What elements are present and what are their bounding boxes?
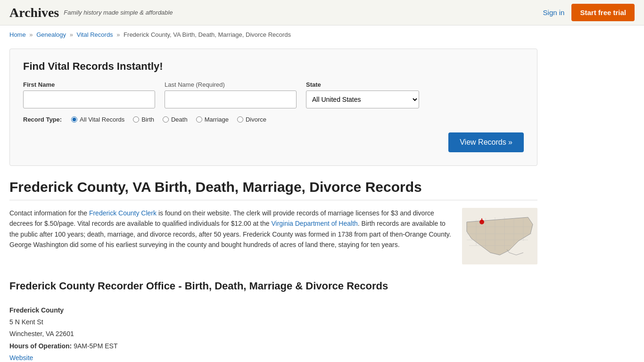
record-type-label-birth: Birth — [141, 116, 154, 123]
state-group: State All United StatesAlabamaAlaskaAriz… — [306, 81, 419, 108]
site-logo: Archives — [9, 5, 59, 20]
view-records-button[interactable]: View Records » — [448, 132, 524, 152]
first-name-label: First Name — [23, 81, 155, 88]
radio-death[interactable] — [163, 116, 169, 123]
radio-all[interactable] — [71, 116, 77, 123]
breadcrumb-genealogy[interactable]: Genealogy — [36, 31, 66, 38]
breadcrumb-current: Frederick County, VA Birth, Death, Marri… — [124, 31, 291, 38]
office-details: Frederick County 5 N Kent St Winchester,… — [9, 304, 537, 362]
description-text: Contact information for the Frederick Co… — [9, 208, 453, 266]
header-right: Sign in Start free trial — [543, 4, 635, 21]
record-type-divorce[interactable]: Divorce — [237, 116, 266, 123]
site-tagline: Family history made simple & affordable — [64, 9, 173, 16]
breadcrumb: Home » Genealogy » Vital Records » Frede… — [0, 25, 644, 44]
breadcrumb-sep-2: » — [70, 31, 73, 38]
record-type-row: Record Type: All Vital RecordsBirthDeath… — [23, 116, 524, 123]
office-hours: Hours of Operation: 9AM-5PM EST — [9, 340, 537, 352]
breadcrumb-sep-1: » — [29, 31, 33, 38]
btn-row: View Records » — [23, 132, 524, 152]
sign-in-link[interactable]: Sign in — [543, 8, 565, 16]
state-select[interactable]: All United StatesAlabamaAlaskaArizonaArk… — [306, 90, 419, 108]
website-link[interactable]: Website — [9, 354, 33, 362]
radio-divorce[interactable] — [237, 116, 243, 123]
first-name-input[interactable] — [23, 90, 155, 108]
start-trial-button[interactable]: Start free trial — [571, 4, 635, 21]
record-type-label-marriage: Marriage — [205, 116, 229, 123]
search-box: Find Vital Records Instantly! First Name… — [9, 49, 537, 166]
office-name: Frederick County — [9, 304, 537, 316]
last-name-required: (Required) — [196, 81, 225, 88]
main-content: Find Vital Records Instantly! First Name… — [0, 44, 547, 362]
search-title: Find Vital Records Instantly! — [23, 60, 524, 73]
record-type-label: Record Type: — [23, 116, 62, 123]
state-label: State — [306, 81, 419, 88]
header-left: Archives Family history made simple & af… — [9, 5, 173, 20]
breadcrumb-vital-records[interactable]: Vital Records — [77, 31, 113, 38]
radio-marriage[interactable] — [196, 116, 202, 123]
office-website: Website — [9, 352, 537, 362]
site-header: Archives Family history made simple & af… — [0, 0, 644, 25]
hours-label: Hours of Operation: — [9, 342, 72, 350]
record-type-marriage[interactable]: Marriage — [196, 116, 229, 123]
record-type-label-all: All Vital Records — [80, 116, 124, 123]
record-type-all[interactable]: All Vital Records — [71, 116, 124, 123]
health-link[interactable]: Virginia Department of Health — [271, 220, 357, 227]
breadcrumb-sep-3: » — [116, 31, 120, 38]
page-heading: Frederick County, VA Birth, Death, Marri… — [9, 179, 537, 200]
description-section: Contact information for the Frederick Co… — [9, 208, 537, 266]
record-type-death[interactable]: Death — [163, 116, 188, 123]
virginia-map-svg — [462, 208, 537, 264]
last-name-input[interactable] — [165, 90, 297, 108]
breadcrumb-home[interactable]: Home — [9, 31, 26, 38]
record-type-birth[interactable]: Birth — [133, 116, 154, 123]
map-image — [462, 208, 537, 266]
clerk-link[interactable]: Frederick County Clerk — [89, 209, 157, 217]
form-row-names: First Name Last Name (Required) State Al… — [23, 81, 524, 108]
last-name-group: Last Name (Required) — [165, 81, 297, 108]
record-type-options: All Vital RecordsBirthDeathMarriageDivor… — [71, 116, 266, 123]
radio-birth[interactable] — [133, 116, 139, 123]
last-name-label: Last Name (Required) — [165, 81, 297, 88]
record-type-label-divorce: Divorce — [246, 116, 266, 123]
record-type-label-death: Death — [171, 116, 188, 123]
office-city-state-zip: Winchester, VA 22601 — [9, 328, 537, 340]
first-name-group: First Name — [23, 81, 155, 108]
hours-value-text: 9AM-5PM EST — [74, 342, 117, 350]
recorder-heading: Frederick County Recorder Office - Birth… — [9, 280, 537, 296]
office-address1: 5 N Kent St — [9, 316, 537, 328]
